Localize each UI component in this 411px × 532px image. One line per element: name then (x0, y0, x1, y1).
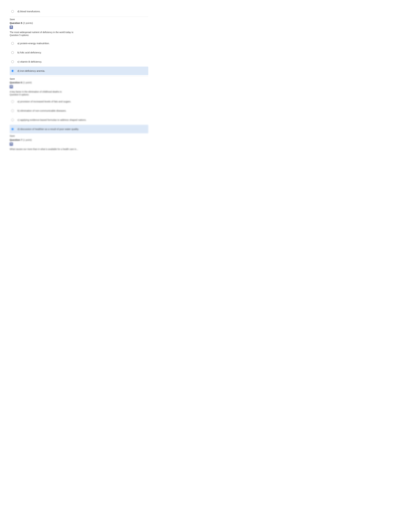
q6-options-label: Question 6 options: (10, 93, 148, 96)
divider-1 (10, 17, 148, 17)
q4-option-d-label: d) blood transfusions. (17, 10, 40, 13)
q6-option-a-label: a) provision of increased levels of fats… (17, 100, 71, 103)
q7-number: Question 7 (10, 139, 22, 141)
q6-save-icon (10, 85, 13, 88)
q6-number: Question 6 (10, 81, 22, 84)
q5-option-c-label: c) vitamin B deficiency. (17, 60, 42, 63)
q5-option-a-label: a) protein-energy malnutrition. (17, 42, 50, 45)
question-6-blurred-block: Question 6 (1 point) A key factor in the… (10, 81, 148, 133)
q6-option-c-row: c) applying evidence-based formulas to a… (10, 116, 148, 124)
divider-2 (10, 76, 148, 76)
q4-option-d-radio[interactable] (11, 10, 14, 13)
q5-option-b-label: b) folic acid deficiency. (17, 51, 42, 54)
q5-points: (2 points) (23, 22, 33, 24)
q5-number: Question 5 (10, 22, 22, 24)
q6-option-a-row: a) provision of increased levels of fats… (10, 97, 148, 106)
q6-points: (1 point) (23, 81, 32, 84)
q6-text: A key factor in the elimination of child… (10, 90, 148, 93)
q5-option-d-radio[interactable] (11, 70, 14, 72)
q7-text: What causes our more than in what is ava… (10, 148, 148, 150)
q6-option-b-radio (11, 109, 14, 112)
q5-option-c-radio[interactable] (11, 60, 14, 63)
q5-option-a-row[interactable]: a) protein-energy malnutrition. (10, 39, 148, 48)
q6-option-d-radio (11, 128, 14, 130)
q5-text: The most widespread nutrient of deficien… (10, 31, 148, 34)
q4-save-link[interactable]: Save (10, 18, 148, 21)
q5-option-c-row[interactable]: c) vitamin B deficiency. (10, 57, 148, 66)
q4-option-d-row[interactable]: d) blood transfusions. (10, 7, 148, 16)
q5-header: Question 5 (2 points) (10, 22, 148, 24)
q5-options-label: Question 5 options: (10, 34, 148, 37)
q7-save-icon (10, 142, 13, 146)
q5-save-icon[interactable] (10, 26, 13, 29)
question-5-block: Question 5 (2 points) The most widesprea… (10, 22, 148, 37)
q6-header: Question 6 (1 point) (10, 81, 148, 84)
q7-points: (1 point) (23, 139, 32, 141)
q5-option-d-row[interactable]: d) iron-deficiency anemia. (10, 66, 148, 75)
question-7-blurred-block: Question 7 (1 point) What causes our mor… (10, 139, 148, 150)
q6-option-a-radio (11, 100, 14, 103)
q5-option-b-row[interactable]: b) folic acid deficiency. (10, 48, 148, 57)
q6-option-b-label: b) elimination of non-communicable disea… (17, 109, 66, 112)
q6-option-c-label: c) applying evidence-based formulas to a… (17, 118, 86, 121)
q5-save-link[interactable]: Save (10, 77, 148, 80)
q6-option-b-row: b) elimination of non-communicable disea… (10, 106, 148, 115)
q6-option-d-row: d) discussion of healthier as a result o… (10, 125, 148, 133)
q7-header: Question 7 (1 point) (10, 139, 148, 141)
q6-save-blurred: Save (10, 135, 148, 137)
q5-option-d-label: d) iron-deficiency anemia. (17, 69, 45, 72)
q5-option-b-radio[interactable] (11, 51, 14, 54)
q6-option-c-radio (11, 119, 14, 121)
q6-option-d-label: d) discussion of healthier as a result o… (17, 128, 79, 130)
q5-option-a-radio[interactable] (11, 42, 14, 45)
